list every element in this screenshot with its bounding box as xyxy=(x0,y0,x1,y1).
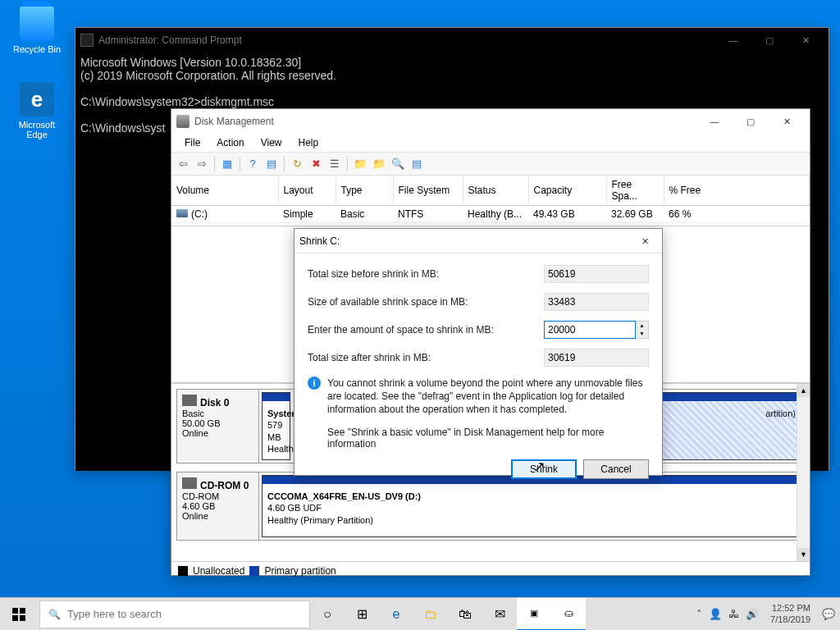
shrink-info-text: You cannot shrink a volume beyond the po… xyxy=(327,377,649,417)
edge-label: Microsoft Edge xyxy=(8,120,66,139)
toolbar-properties-button[interactable]: ▤ xyxy=(263,156,280,172)
menu-view[interactable]: View xyxy=(253,135,290,150)
toolbar-folder-button[interactable]: 📁 xyxy=(371,156,387,172)
edge-icon: e xyxy=(20,82,54,116)
diskmgmt-icon xyxy=(176,115,189,128)
diskmgmt-titlebar[interactable]: Disk Management — ▢ ✕ xyxy=(171,109,810,134)
diskmgmt-close-button[interactable]: ✕ xyxy=(769,110,805,133)
cortana-button[interactable]: ○ xyxy=(310,598,345,631)
diskmgmt-maximize-button[interactable]: ▢ xyxy=(733,110,769,133)
field-total-before xyxy=(544,265,649,283)
cmd-close-button[interactable]: ✕ xyxy=(788,29,824,52)
tray-network-icon[interactable]: 🖧 xyxy=(728,608,739,620)
col-status[interactable]: Status xyxy=(463,176,528,206)
legend-primary-swatch xyxy=(249,566,259,576)
col-volume[interactable]: Volume xyxy=(171,176,278,206)
enter-amount-spinner[interactable]: ▲ ▼ xyxy=(636,321,649,339)
scroll-up-button[interactable]: ▲ xyxy=(797,384,810,397)
col-free[interactable]: Free Spa... xyxy=(606,176,664,206)
toolbar-separator xyxy=(347,157,348,171)
volume-table: Volume Layout Type File System Status Ca… xyxy=(171,176,810,226)
desktop-recycle-bin[interactable]: Recycle Bin xyxy=(8,7,66,54)
cdrom-icon xyxy=(182,477,197,489)
windows-logo-icon xyxy=(12,608,25,621)
info-icon: i xyxy=(308,377,321,390)
diskmgmt-title: Disk Management xyxy=(194,116,696,127)
taskview-button[interactable]: ⊞ xyxy=(345,598,379,631)
cmd-maximize-button[interactable]: ▢ xyxy=(751,29,788,52)
edge-taskbar-button[interactable]: e xyxy=(379,598,413,631)
command-prompt-title: Administrator: Command Prompt xyxy=(98,34,715,46)
toolbar-settings-button[interactable]: ☰ xyxy=(326,156,343,172)
col-layout[interactable]: Layout xyxy=(278,176,336,206)
disk-area-scrollbar[interactable]: ▲ ▼ xyxy=(797,384,810,561)
shrink-titlebar[interactable]: Shrink C: ✕ xyxy=(294,229,662,253)
col-pct[interactable]: % Free xyxy=(664,176,810,206)
desktop-edge[interactable]: e Microsoft Edge xyxy=(8,82,66,139)
shrink-dialog: Shrink C: ✕ Total size before shrink in … xyxy=(294,228,663,476)
label-enter-amount: Enter the amount of space to shrink in M… xyxy=(308,324,544,336)
field-enter-amount[interactable] xyxy=(544,321,636,339)
col-fs[interactable]: File System xyxy=(393,176,463,206)
disk-icon xyxy=(182,395,197,406)
label-avail: Size of available shrink space in MB: xyxy=(308,296,544,308)
field-avail xyxy=(544,293,649,311)
shrink-help-text: See "Shrink a basic volume" in Disk Mana… xyxy=(327,427,649,450)
start-button[interactable] xyxy=(0,598,38,631)
toolbar-view-button[interactable]: ▦ xyxy=(219,156,235,172)
tray-notifications-icon[interactable]: 💬 xyxy=(822,608,835,620)
col-type[interactable]: Type xyxy=(336,176,393,206)
disk-0-label: Disk 0 Basic 50.00 GB Online xyxy=(177,390,259,463)
search-icon: 🔍 xyxy=(48,609,61,620)
explorer-taskbar-button[interactable]: 🗀 xyxy=(413,598,448,631)
diskmgmt-minimize-button[interactable]: — xyxy=(696,110,733,133)
diskmgmt-taskbar-button[interactable]: ⛀ xyxy=(551,598,586,631)
toolbar-separator xyxy=(240,157,240,171)
scroll-down-button[interactable]: ▼ xyxy=(797,548,810,561)
toolbar-separator xyxy=(214,157,215,171)
store-taskbar-button[interactable]: 🛍 xyxy=(448,598,482,631)
command-prompt-titlebar[interactable]: Administrator: Command Prompt — ▢ ✕ xyxy=(75,28,829,52)
legend-unallocated-swatch xyxy=(178,566,188,576)
toolbar-search-button[interactable]: 🔍 xyxy=(390,156,406,172)
col-capacity[interactable]: Capacity xyxy=(528,176,606,206)
cmd-icon xyxy=(80,34,94,47)
tray-clock[interactable]: 12:52 PM 7/18/2019 xyxy=(765,603,815,624)
toolbar-list-button[interactable]: ▤ xyxy=(409,156,425,172)
mail-taskbar-button[interactable]: ✉ xyxy=(482,598,517,631)
taskbar-search[interactable]: 🔍 xyxy=(39,600,310,628)
menu-help[interactable]: Help xyxy=(290,135,327,150)
cdrom-0-label: CD-ROM 0 CD-ROM 4.60 GB Online xyxy=(177,472,259,540)
cmd-taskbar-button[interactable]: ▣ xyxy=(517,598,551,631)
shrink-button[interactable]: Shrink xyxy=(511,459,577,479)
shrink-title: Shrink C: xyxy=(299,235,632,247)
toolbar-forward-button[interactable]: ⇨ xyxy=(194,156,210,172)
diskmgmt-menubar: File Action View Help xyxy=(171,134,810,153)
diskmgmt-toolbar: ⇦ ⇨ ▦ ? ▤ ↻ ✖ ☰ 📁 📁 🔍 ▤ xyxy=(171,153,810,176)
table-row[interactable]: CCCOMA_X64FRE...SimpleBasicUDFHealthy (P… xyxy=(171,223,810,227)
table-row[interactable]: (C:)SimpleBasicNTFSHealthy (B...49.43 GB… xyxy=(171,206,810,223)
toolbar-back-button[interactable]: ⇦ xyxy=(175,156,191,172)
label-total-before: Total size before shrink in MB: xyxy=(308,268,544,280)
toolbar-help-button[interactable]: ? xyxy=(244,156,261,172)
disk-legend: Unallocated Primary partition xyxy=(171,561,810,580)
recycle-bin-label: Recycle Bin xyxy=(8,44,66,54)
spinner-up-button[interactable]: ▲ xyxy=(636,322,648,330)
menu-file[interactable]: File xyxy=(176,135,208,150)
field-total-after xyxy=(544,349,649,367)
label-total-after: Total size after shrink in MB: xyxy=(308,352,544,363)
recycle-bin-icon xyxy=(20,7,54,41)
tray-people-icon[interactable]: 👤 xyxy=(709,608,722,620)
spinner-down-button[interactable]: ▼ xyxy=(636,330,648,338)
toolbar-folder-up-button[interactable]: 📁 xyxy=(352,156,368,172)
toolbar-refresh-button[interactable]: ↻ xyxy=(289,156,305,172)
cmd-minimize-button[interactable]: — xyxy=(715,29,751,52)
tray-volume-icon[interactable]: 🔊 xyxy=(746,608,759,620)
tray-chevron-icon[interactable]: ˄ xyxy=(696,608,702,620)
menu-action[interactable]: Action xyxy=(208,135,252,150)
shrink-close-button[interactable]: ✕ xyxy=(632,230,657,253)
search-input[interactable] xyxy=(67,608,301,620)
cancel-button[interactable]: Cancel xyxy=(583,459,649,479)
partition-system-reserved[interactable]: System 579 MB Healthy xyxy=(262,392,290,460)
toolbar-delete-button[interactable]: ✖ xyxy=(308,156,324,172)
